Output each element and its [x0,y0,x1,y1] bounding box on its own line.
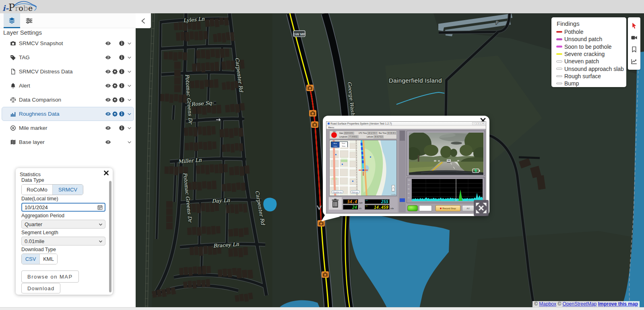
tab-settings[interactable] [21,13,37,28]
chevron-down-icon[interactable] [127,111,132,117]
layer-row-base-layer[interactable]: Base layer [2,135,134,149]
camera-marker[interactable] [309,110,316,117]
minimap-button-baseline[interactable]: Baseline on [332,190,343,193]
layer-row-data-comparison[interactable]: Data Comparison [2,93,134,107]
chevron-down-icon[interactable] [127,41,132,46]
video-camera-icon [631,34,638,41]
minimap-button-birdeye[interactable]: Bird eye [351,190,360,193]
finding-swatch [556,75,562,77]
layer-row-alert[interactable]: Alert [2,79,134,93]
info-icon[interactable] [119,125,125,131]
gear-icon[interactable] [112,97,118,103]
calendar-icon[interactable] [97,205,103,210]
popup-tail [320,212,341,225]
sliders-icon [26,17,33,24]
popup-expand-button[interactable] [474,200,489,216]
minimize-button[interactable]: – [472,122,476,125]
date-input[interactable]: 10/1/2024 [21,203,105,212]
eye-icon[interactable] [105,125,111,131]
trash-button[interactable] [329,197,342,210]
scrollbar-thumb[interactable] [109,181,111,292]
eye-icon[interactable] [105,97,111,103]
findings-title: Findings [557,20,623,27]
info-icon[interactable] [119,111,125,117]
field-latitude: Latitude38.827523 [367,135,384,138]
info-icon[interactable] [119,69,125,75]
download-button[interactable]: Download [21,283,60,293]
cursor-tool-button[interactable] [631,22,638,29]
bookmark-tool-button[interactable] [631,46,638,53]
gear-icon[interactable] [112,69,118,75]
info-icon[interactable] [119,40,125,46]
sidebar-collapse-button[interactable] [136,13,151,28]
browse-on-map-button[interactable]: Browse on MAP [21,270,79,283]
aggregation-period-select[interactable]: Quarter [21,220,105,229]
gauge-kph: 24 [343,205,358,210]
statistics-close-button[interactable] [103,170,109,176]
target-icon [10,125,16,131]
record-indicator [331,132,337,138]
mapbox-link[interactable]: Mapbox [539,301,556,307]
openstreetmap-link[interactable]: OpenStreetMap [563,301,597,307]
download-type-csv-button[interactable]: CSV [22,254,39,264]
chevron-down-icon[interactable] [127,55,132,60]
video-tool-button[interactable] [631,34,638,41]
divider-indicator [400,198,405,202]
eye-icon[interactable] [105,54,111,60]
info-icon[interactable] [119,54,125,60]
finding-label: Bump [564,80,579,87]
record-dot [440,208,442,209]
layer-row-mile-marker[interactable]: Mile marker [2,121,134,135]
eye-icon[interactable] [105,40,111,46]
layer-row-roughness-data[interactable]: Roughness Data [2,107,134,121]
segment-length-select[interactable]: 0.01mile [21,237,105,246]
camera-marker[interactable] [306,85,314,91]
info-icon[interactable] [119,83,125,89]
maximize-button[interactable]: □ [477,122,481,125]
chart-tool-button[interactable] [631,58,638,65]
camera-popup: Road Surface Properties System (Version … [323,116,489,216]
gauge-rpm: rpm255 [365,199,390,204]
eye-icon[interactable] [105,83,111,89]
record-stop-button[interactable]: Record Stop [436,205,460,211]
eye-icon[interactable] [105,69,111,75]
chevron-down-icon[interactable] [127,125,132,131]
layer-row-srmcv-snapshot[interactable]: SRMCV Snapshot [2,36,134,50]
horizontal-scrollbar[interactable] [0,307,644,310]
layer-label: Mile marker [19,125,47,131]
minimap-zoom-control[interactable]: +− [392,185,395,191]
segment-length-value: 0.01mile [25,238,44,244]
field-rec-time: Rec Time00:36:40.1 [379,132,397,135]
avi-button[interactable]: AVI [462,205,474,211]
improve-map-link[interactable]: Improve this map [598,301,638,307]
data-type-label: Data Type [21,178,109,183]
chevron-down-icon[interactable] [127,97,132,102]
layer-row-srmcv-distress-data[interactable]: SRMCV Distress Data [2,64,134,79]
field-longitude: Longitude-77.043632 [339,135,359,138]
trash-icon [332,198,339,208]
statistics-scrollbar[interactable] [109,180,111,293]
chevron-down-icon[interactable] [127,83,132,88]
camera-marker[interactable] [311,121,318,128]
chart-icon [10,111,16,117]
camera-marker[interactable] [322,271,329,278]
gear-icon[interactable] [112,83,118,89]
chevron-down-icon[interactable] [127,139,132,145]
data-type-srmcv-button[interactable]: SRMCV [52,185,83,195]
map-shield-gwmp: GW MP [293,31,306,37]
eye-icon[interactable] [105,139,111,145]
download-type-kml-button[interactable]: KML [39,254,57,264]
eye-icon[interactable] [105,111,111,117]
map-toolbar [628,17,640,70]
svg-text:30: 30 [454,200,455,201]
tab-layers[interactable] [4,13,20,28]
chevron-down-icon[interactable] [127,69,132,74]
gear-icon[interactable] [112,111,118,117]
layer-row-tag[interactable]: TAG [2,50,134,64]
info-icon[interactable] [119,97,125,103]
data-type-rocomo-button[interactable]: RoCoMo [22,185,52,195]
svg-text:40: 40 [468,200,469,201]
layer-controls [104,139,132,145]
window-close-button[interactable]: ✕ [481,122,485,125]
finding-item-uneven-patch: Uneven patch [554,58,623,65]
